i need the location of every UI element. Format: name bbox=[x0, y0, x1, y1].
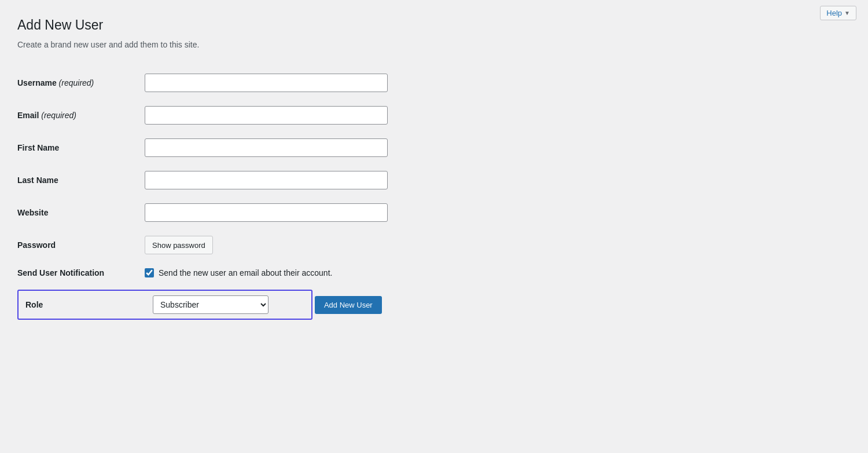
first-name-row: First Name bbox=[17, 131, 503, 164]
add-new-user-button[interactable]: Add New User bbox=[315, 296, 382, 314]
password-label: Password bbox=[17, 229, 145, 261]
password-row: Password Show password bbox=[17, 229, 503, 261]
username-label: Username (required) bbox=[17, 67, 145, 99]
first-name-input[interactable] bbox=[145, 138, 388, 157]
page-content: Add New User Create a brand new user and… bbox=[0, 0, 521, 337]
last-name-row: Last Name bbox=[17, 164, 503, 196]
role-select[interactable]: Subscriber Contributor Author Editor Adm… bbox=[153, 295, 269, 314]
help-button[interactable]: Help ▼ bbox=[820, 6, 856, 20]
notification-label: Send User Notification bbox=[17, 261, 145, 284]
notification-row: Send User Notification Send the new user… bbox=[17, 261, 503, 284]
role-row: Role Subscriber Contributor Author Edito… bbox=[17, 290, 312, 320]
email-label: Email (required) bbox=[17, 99, 145, 131]
last-name-input[interactable] bbox=[145, 171, 388, 189]
show-password-button[interactable]: Show password bbox=[145, 236, 213, 254]
page-subtitle: Create a brand new user and add them to … bbox=[17, 40, 503, 49]
first-name-label: First Name bbox=[17, 131, 145, 164]
notification-checkbox-row: Send the new user an email about their a… bbox=[145, 268, 498, 277]
email-input[interactable] bbox=[145, 106, 388, 125]
help-label: Help bbox=[826, 9, 842, 17]
role-label: Role bbox=[25, 300, 153, 309]
notification-text: Send the new user an email about their a… bbox=[159, 268, 332, 277]
website-label: Website bbox=[17, 196, 145, 229]
add-user-form: Username (required) Email (required) bbox=[17, 67, 503, 284]
username-row: Username (required) bbox=[17, 67, 503, 99]
website-row: Website bbox=[17, 196, 503, 229]
notification-checkbox[interactable] bbox=[145, 268, 154, 277]
last-name-label: Last Name bbox=[17, 164, 145, 196]
page-title: Add New User bbox=[17, 17, 503, 33]
chevron-down-icon: ▼ bbox=[844, 10, 850, 16]
username-input[interactable] bbox=[145, 74, 388, 92]
email-row: Email (required) bbox=[17, 99, 503, 131]
website-input[interactable] bbox=[145, 203, 388, 222]
